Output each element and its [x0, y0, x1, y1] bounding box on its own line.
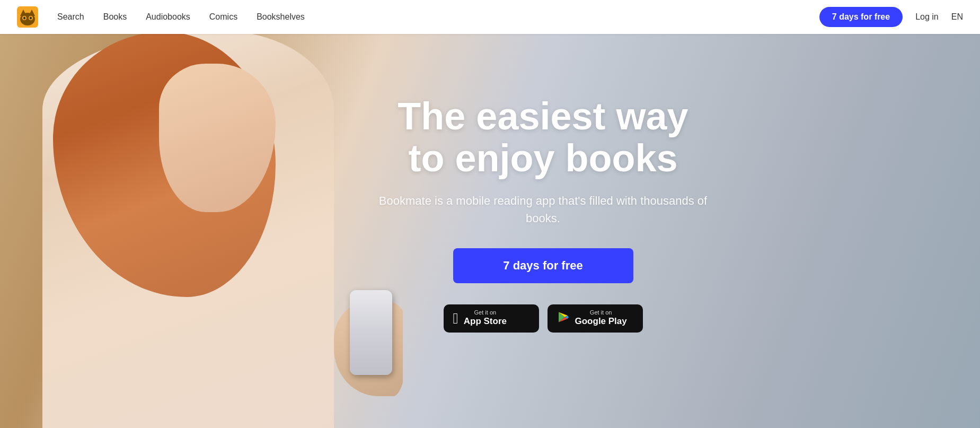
nav-books[interactable]: Books [103, 12, 127, 22]
svg-point-7 [30, 17, 32, 20]
app-badges:  Get it on App Store Get it [363, 304, 723, 333]
google-play-icon [557, 311, 570, 326]
nav-language[interactable]: EN [951, 12, 963, 22]
svg-point-6 [23, 17, 25, 20]
nav-search[interactable]: Search [57, 12, 84, 22]
app-store-top: Get it on [464, 310, 507, 316]
app-store-badge[interactable]:  Get it on App Store [444, 304, 539, 333]
nav-trial-button[interactable]: 7 days for free [819, 7, 903, 27]
hero-title: The easiest way to enjoy books [363, 95, 723, 179]
nav-bookshelves[interactable]: Bookshelves [257, 12, 305, 22]
google-play-top: Get it on [575, 310, 627, 316]
apple-icon:  [453, 311, 458, 326]
hero-person-image [0, 0, 403, 428]
hero-content: The easiest way to enjoy books Bookmate … [363, 95, 723, 333]
navbar-links: Search Books Audiobooks Comics Bookshelv… [57, 12, 819, 22]
hero-title-line2: to enjoy books [408, 137, 677, 179]
hero-subtitle: Bookmate is a mobile reading app that's … [363, 192, 723, 227]
hero-cta-button[interactable]: 7 days for free [453, 248, 633, 283]
nav-comics[interactable]: Comics [209, 12, 237, 22]
google-play-text: Get it on Google Play [575, 310, 627, 327]
navbar-right: 7 days for free Log in EN [819, 7, 963, 27]
google-play-bottom: Google Play [575, 316, 627, 327]
app-store-text: Get it on App Store [464, 310, 507, 327]
nav-audiobooks[interactable]: Audiobooks [146, 12, 190, 22]
google-play-badge[interactable]: Get it on Google Play [548, 304, 643, 333]
logo[interactable] [17, 6, 38, 28]
hero-section: The easiest way to enjoy books Bookmate … [0, 0, 980, 428]
nav-login-link[interactable]: Log in [915, 12, 939, 22]
svg-point-3 [20, 13, 35, 25]
app-store-bottom: App Store [464, 316, 507, 327]
hero-title-line1: The easiest way [398, 95, 688, 137]
navbar: Search Books Audiobooks Comics Bookshelv… [0, 0, 980, 34]
